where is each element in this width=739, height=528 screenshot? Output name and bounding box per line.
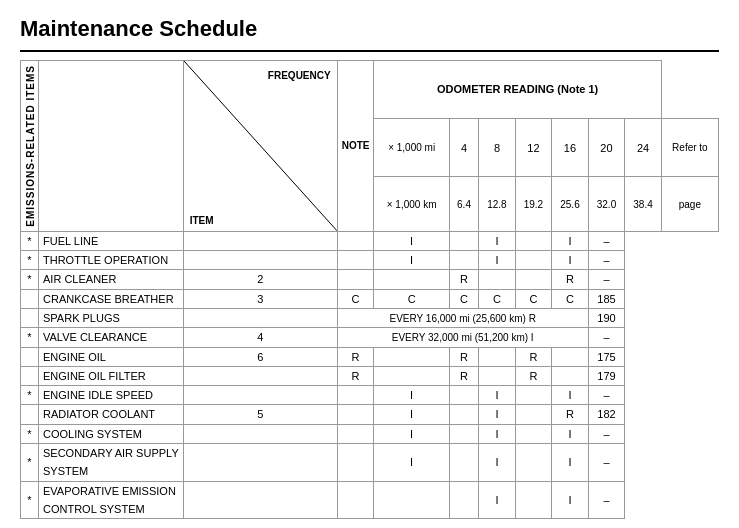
refer-to-header: Refer to [661, 119, 718, 177]
km-38.4: 38.4 [625, 177, 662, 231]
item-evaporative-1: EVAPORATIVE EMISSION [39, 481, 184, 500]
maintenance-table: EMISSIONS-RELATED ITEMS FREQUENCY ITEM N… [20, 60, 719, 519]
item-engine-idle: ENGINE IDLE SPEED [39, 386, 184, 405]
svg-line-0 [184, 61, 337, 231]
col-12: 12 [515, 119, 552, 177]
km-32.0: 32.0 [588, 177, 625, 231]
maintenance-table-wrapper: EMISSIONS-RELATED ITEMS FREQUENCY ITEM N… [20, 60, 719, 519]
star-crankcase [21, 289, 39, 308]
star-air-cleaner: * [21, 270, 39, 289]
item-engine-oil: ENGINE OIL [39, 347, 184, 366]
item-cooling-system: COOLING SYSTEM [39, 424, 184, 443]
table-row: * THROTTLE OPERATION I I I – [21, 251, 719, 270]
item-throttle: THROTTLE OPERATION [39, 251, 184, 270]
item-radiator-coolant: RADIATOR COOLANT [39, 405, 184, 424]
table-row: RADIATOR COOLANT 5 I I R 182 [21, 405, 719, 424]
star-spark-plugs [21, 308, 39, 327]
table-row: SPARK PLUGS EVERY 16,000 mi (25,600 km) … [21, 308, 719, 327]
page-title: Maintenance Schedule [20, 16, 719, 42]
table-row: ENGINE OIL 6 R R R 175 [21, 347, 719, 366]
page-header: page [661, 177, 718, 231]
frequency-label: FREQUENCY [268, 69, 331, 82]
item-crankcase: CRANKCASE BREATHER [39, 289, 184, 308]
table-row: * AIR CLEANER 2 R R – [21, 270, 719, 289]
col-24: 24 [625, 119, 662, 177]
item-secondary-air-2: SYSTEM [39, 462, 184, 481]
item-label-header: ITEM [190, 214, 214, 227]
table-row: CRANKCASE BREATHER 3 C C C C C C 185 [21, 289, 719, 308]
title-divider [20, 50, 719, 52]
star-throttle: * [21, 251, 39, 270]
km-19.2: 19.2 [515, 177, 552, 231]
header-row-1: EMISSIONS-RELATED ITEMS FREQUENCY ITEM N… [21, 61, 719, 119]
table-row: * COOLING SYSTEM I I I – [21, 424, 719, 443]
star-evaporative: * [21, 481, 39, 519]
note-header: NOTE [337, 61, 374, 232]
star-engine-idle: * [21, 386, 39, 405]
item-secondary-air-1: SECONDARY AIR SUPPLY [39, 443, 184, 462]
star-engine-oil-filter [21, 366, 39, 385]
col-16: 16 [552, 119, 589, 177]
star-secondary-air: * [21, 443, 39, 481]
spark-plugs-span: EVERY 16,000 mi (25,600 km) R [337, 308, 588, 327]
valve-clearance-span: EVERY 32,000 mi (51,200 km) I [337, 328, 588, 347]
item-air-cleaner: AIR CLEANER [39, 270, 184, 289]
note-fuel-line [183, 231, 337, 250]
item-evaporative-2: CONTROL SYSTEM [39, 500, 184, 519]
col-20: 20 [588, 119, 625, 177]
x1000km-note: × 1,000 km [374, 177, 449, 231]
star-radiator-coolant [21, 405, 39, 424]
item-valve-clearance: VALVE CLEARANCE [39, 328, 184, 347]
table-row: * EVAPORATIVE EMISSION I I – [21, 481, 719, 500]
table-row: * VALVE CLEARANCE 4 EVERY 32,000 mi (51,… [21, 328, 719, 347]
star-engine-oil [21, 347, 39, 366]
km-25.6: 25.6 [552, 177, 589, 231]
col-8: 8 [479, 119, 516, 177]
table-row: * ENGINE IDLE SPEED I I I – [21, 386, 719, 405]
km-12.8: 12.8 [479, 177, 516, 231]
odometer-header: ODOMETER READING (Note 1) [374, 61, 661, 119]
table-row: * FUEL LINE I I I – [21, 231, 719, 250]
item-engine-oil-filter: ENGINE OIL FILTER [39, 366, 184, 385]
x1000mi-label: × 1,000 mi [374, 119, 449, 177]
table-row: * SECONDARY AIR SUPPLY I I I – [21, 443, 719, 462]
col-4: 4 [449, 119, 478, 177]
km-6.4: 6.4 [449, 177, 478, 231]
star-fuel-line: * [21, 231, 39, 250]
table-row: ENGINE OIL FILTER R R R 179 [21, 366, 719, 385]
star-cooling-system: * [21, 424, 39, 443]
star-valve-clearance: * [21, 328, 39, 347]
item-fuel-line: FUEL LINE [39, 231, 184, 250]
side-label: EMISSIONS-RELATED ITEMS [21, 61, 39, 232]
item-spark-plugs: SPARK PLUGS [39, 308, 184, 327]
